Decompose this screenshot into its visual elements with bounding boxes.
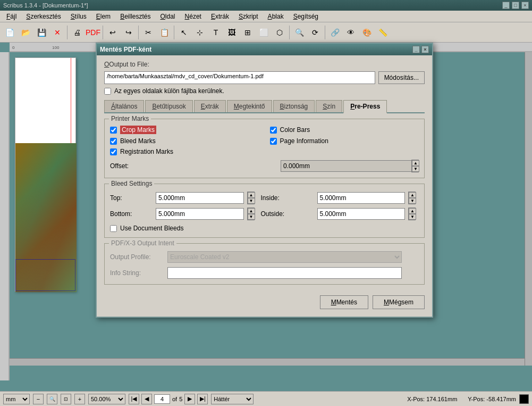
menu-style[interactable]: Stílus — [66, 12, 91, 21]
measure-btn[interactable]: 📏 — [375, 25, 390, 40]
x-pos: X-Pos: 174.161mm — [407, 396, 457, 402]
color-bars-checkbox[interactable] — [270, 127, 277, 134]
shape-btn[interactable]: ⬜ — [256, 25, 271, 40]
text-btn[interactable]: T — [208, 25, 223, 40]
offset-spin-up[interactable]: ▲ — [412, 160, 419, 166]
tab-viewer[interactable]: Megtekintő — [227, 100, 272, 112]
page-info-checkbox[interactable] — [270, 138, 277, 145]
zoom-select[interactable]: 50.00% 100.00% — [88, 394, 125, 404]
color-bars-label[interactable]: Color Bars — [280, 126, 310, 134]
app-title-bar: Scribus 1.3.4 - [Dokumentum-1*] _ □ × — [0, 0, 532, 11]
zoom-in-btn[interactable]: + — [74, 394, 85, 404]
page-info-label[interactable]: Page Information — [280, 137, 328, 145]
tab-fonts[interactable]: Betűtípusok — [145, 100, 192, 112]
zoom-btn[interactable]: 🔍 — [292, 25, 307, 40]
info-string-input[interactable] — [167, 267, 402, 279]
svg-text:0: 0 — [12, 45, 15, 50]
menu-page[interactable]: Oldal — [156, 12, 180, 21]
separate-files-label[interactable]: Az egyes oldalak külön fájlba kerülnek. — [114, 87, 224, 95]
outside-spin-up[interactable]: ▲ — [409, 208, 416, 214]
pdf-btn[interactable]: PDF — [86, 25, 100, 40]
unit-select[interactable]: mm pt in — [3, 394, 30, 404]
new-btn[interactable]: 📄 — [2, 25, 17, 40]
horizontal-scrollbar[interactable] — [10, 358, 525, 366]
menu-help[interactable]: Segítség — [289, 12, 323, 21]
open-btn[interactable]: 📂 — [18, 25, 33, 40]
dialog-minimize-btn[interactable]: _ — [412, 46, 420, 53]
use-doc-bleeds-label[interactable]: Use Document Bleeds — [120, 225, 183, 232]
zoom-out-btn[interactable]: − — [33, 394, 44, 404]
undo-btn[interactable]: ↩ — [105, 25, 120, 40]
sep3 — [138, 26, 139, 39]
bleed-marks-checkbox[interactable] — [110, 138, 117, 145]
use-doc-bleeds-checkbox[interactable] — [110, 225, 117, 232]
close-doc-btn[interactable]: ✕ — [50, 25, 65, 40]
current-page-input[interactable] — [154, 394, 170, 404]
zoom-info-btn[interactable]: 🔍 — [47, 394, 57, 404]
select-btn[interactable]: ⊹ — [192, 25, 207, 40]
output-profile-select[interactable]: Euroscale Coated v2 — [167, 251, 402, 263]
vertical-scrollbar[interactable] — [525, 52, 532, 366]
menu-elem[interactable]: Elem — [92, 12, 115, 21]
save-button[interactable]: MMentés — [320, 295, 368, 309]
bottom-spin-up[interactable]: ▲ — [248, 208, 255, 214]
tab-security[interactable]: Biztonság — [273, 100, 315, 112]
color-btn[interactable]: 🎨 — [359, 25, 374, 40]
copy-btn[interactable]: 📋 — [157, 25, 172, 40]
top-spin-up[interactable]: ▲ — [248, 192, 255, 198]
maximize-btn[interactable]: □ — [512, 2, 519, 9]
tab-general[interactable]: Általános — [104, 100, 144, 112]
cursor-btn[interactable]: ↖ — [176, 25, 191, 40]
rotate-btn[interactable]: ⟳ — [308, 25, 323, 40]
modify-button[interactable]: Módosítás... — [378, 71, 425, 84]
redo-btn[interactable]: ↪ — [121, 25, 136, 40]
eye-btn[interactable]: 👁 — [343, 25, 358, 40]
bottom-spin-down[interactable]: ▼ — [248, 214, 255, 220]
cut-btn[interactable]: ✂ — [141, 25, 156, 40]
separate-files-checkbox[interactable] — [104, 88, 111, 95]
inside-spin-up[interactable]: ▲ — [409, 192, 416, 198]
menu-extras[interactable]: Extrák — [207, 12, 233, 21]
table-btn[interactable]: ⊞ — [240, 25, 255, 40]
outside-input[interactable] — [317, 208, 406, 220]
tab-extras[interactable]: Extrák — [194, 100, 226, 112]
reg-marks-label[interactable]: Registration Marks — [120, 148, 173, 155]
minimize-btn[interactable]: _ — [502, 2, 510, 9]
layer-select[interactable]: Háttér — [211, 394, 254, 404]
y-pos: Y-Pos: -58.417mm — [468, 396, 516, 402]
last-page-btn[interactable]: ▶| — [197, 394, 208, 404]
inside-input[interactable] — [317, 192, 406, 204]
next-page-btn[interactable]: ▶ — [184, 394, 195, 404]
bleed-marks-label[interactable]: Bleed Marks — [120, 137, 156, 145]
menu-edit[interactable]: Szerkesztés — [22, 12, 65, 21]
top-spin-down[interactable]: ▼ — [248, 198, 255, 204]
dialog-buttons: MMentés MMégsem — [104, 292, 425, 309]
menu-script[interactable]: Szkript — [234, 12, 263, 21]
top-input[interactable] — [156, 192, 244, 204]
offset-input[interactable] — [281, 160, 411, 172]
menu-file[interactable]: Fájl — [2, 12, 21, 21]
tab-prepress[interactable]: Pre-Press — [343, 100, 387, 113]
tab-color[interactable]: Szín — [316, 100, 342, 112]
outside-spin-down[interactable]: ▼ — [409, 214, 416, 220]
menu-view[interactable]: Nézet — [181, 12, 206, 21]
save-tb-btn[interactable]: 💾 — [34, 25, 49, 40]
img-btn[interactable]: 🖼 — [224, 25, 239, 40]
crop-marks-checkbox[interactable] — [110, 127, 117, 134]
prev-page-btn[interactable]: ◀ — [141, 394, 152, 404]
first-page-btn[interactable]: |◀ — [129, 394, 139, 404]
crop-marks-label[interactable]: Crop Marks — [120, 126, 156, 134]
menu-window[interactable]: Ablak — [264, 12, 288, 21]
reg-marks-checkbox[interactable] — [110, 148, 117, 155]
zoom-fit-btn[interactable]: ⊡ — [61, 394, 71, 404]
polygon-btn[interactable]: ⬡ — [272, 25, 287, 40]
offset-spin-down[interactable]: ▼ — [412, 166, 419, 172]
link-btn[interactable]: 🔗 — [327, 25, 342, 40]
print-btn[interactable]: 🖨 — [70, 25, 85, 40]
inside-spin-down[interactable]: ▼ — [409, 198, 416, 204]
cancel-button[interactable]: MMégsem — [373, 295, 425, 309]
dialog-close-btn[interactable]: × — [421, 46, 429, 53]
close-btn[interactable]: × — [521, 2, 529, 9]
bottom-input[interactable] — [156, 208, 244, 220]
menu-insert[interactable]: Beillesztés — [116, 12, 155, 21]
